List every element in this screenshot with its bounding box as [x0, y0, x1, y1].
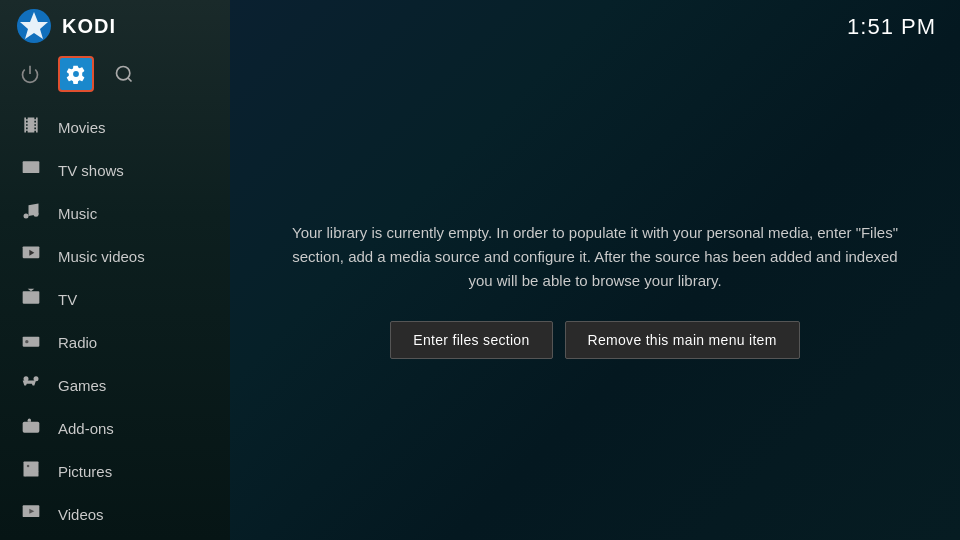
svg-point-14 — [34, 376, 39, 381]
sidebar-item-tv[interactable]: TV — [0, 278, 230, 321]
sidebar-header: KODI — [0, 0, 230, 52]
sidebar-item-radio[interactable]: Radio — [0, 321, 230, 364]
sidebar-item-tvshows[interactable]: TV shows — [0, 149, 230, 192]
tv-label: TV — [58, 291, 77, 308]
svg-point-5 — [29, 123, 34, 128]
videos-icon — [20, 502, 42, 527]
sidebar: KODI — [0, 0, 230, 540]
settings-icon — [66, 64, 86, 84]
pictures-label: Pictures — [58, 463, 112, 480]
content-area: Your library is currently empty. In orde… — [230, 40, 960, 540]
sidebar-item-music-videos[interactable]: Music videos — [0, 235, 230, 278]
addons-icon — [20, 416, 42, 441]
videos-label: Videos — [58, 506, 104, 523]
search-icon — [114, 64, 134, 84]
main-content: 1:51 PM Your library is currently empty.… — [230, 0, 960, 540]
library-message: Your library is currently empty. In orde… — [290, 221, 900, 293]
movies-icon — [20, 115, 42, 140]
sidebar-item-music[interactable]: Music — [0, 192, 230, 235]
tv-icon — [20, 287, 42, 312]
remove-menu-item-button[interactable]: Remove this main menu item — [565, 321, 800, 359]
action-buttons: Enter files section Remove this main men… — [390, 321, 799, 359]
power-button[interactable] — [14, 58, 46, 90]
svg-rect-6 — [23, 161, 40, 173]
search-button[interactable] — [106, 56, 142, 92]
svg-point-13 — [25, 340, 28, 343]
radio-label: Radio — [58, 334, 97, 351]
header-icons-row — [0, 52, 230, 102]
settings-button[interactable] — [58, 56, 94, 92]
games-icon — [20, 373, 42, 398]
music-videos-label: Music videos — [58, 248, 145, 265]
sidebar-item-games[interactable]: Games — [0, 364, 230, 407]
pictures-icon — [20, 459, 42, 484]
svg-point-15 — [24, 376, 29, 381]
addons-label: Add-ons — [58, 420, 114, 437]
kodi-logo — [16, 8, 52, 44]
radio-icon — [20, 330, 42, 355]
nav-menu: Movies TV shows — [0, 106, 230, 540]
app-title: KODI — [62, 15, 116, 38]
svg-point-19 — [27, 465, 29, 468]
time-display: 1:51 PM — [847, 0, 960, 40]
sidebar-item-movies[interactable]: Movies — [0, 106, 230, 149]
power-icon — [20, 64, 40, 84]
movies-label: Movies — [58, 119, 106, 136]
enter-files-button[interactable]: Enter files section — [390, 321, 552, 359]
svg-rect-11 — [23, 291, 40, 304]
tvshows-label: TV shows — [58, 162, 124, 179]
svg-point-3 — [117, 67, 130, 80]
music-label: Music — [58, 205, 97, 222]
sidebar-item-pictures[interactable]: Pictures — [0, 450, 230, 493]
tvshows-icon — [20, 158, 42, 183]
sidebar-item-addons[interactable]: Add-ons — [0, 407, 230, 450]
svg-line-4 — [128, 78, 132, 82]
music-videos-icon — [20, 244, 42, 269]
svg-rect-12 — [23, 337, 40, 347]
music-icon — [20, 201, 42, 226]
svg-point-7 — [24, 214, 29, 219]
app-container: KODI — [0, 0, 960, 540]
sidebar-item-videos[interactable]: Videos — [0, 493, 230, 536]
games-label: Games — [58, 377, 106, 394]
svg-point-8 — [34, 212, 39, 217]
